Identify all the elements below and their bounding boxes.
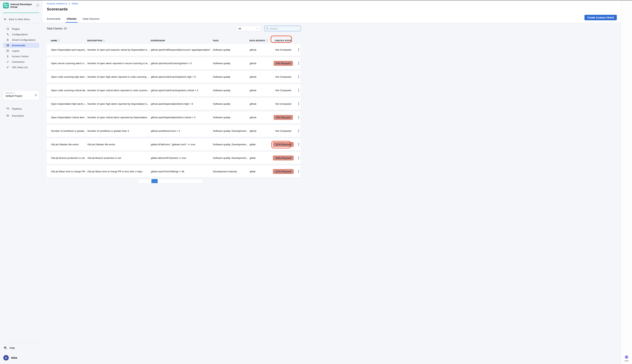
project-selector[interactable]: PROJECT Default Project [3, 90, 39, 100]
table-row[interactable]: Open secret scanning alerts is ... Numbe… [46, 57, 301, 70]
back-to-main-menu[interactable]: Back to Main Menu [4, 18, 39, 21]
page-title: Scorecards [47, 7, 68, 11]
check-expression: github.openCodeScanningAlerts.critical <… [151, 89, 213, 92]
check-expression: gitlab.isFileExists.".gitleaks.toml" == … [151, 143, 213, 146]
project-name: Default Project [6, 94, 37, 98]
check-tags: Software quality [213, 62, 250, 65]
app-grid-icon[interactable] [36, 4, 39, 7]
gears-icon [6, 33, 9, 36]
check-description: Number of open high alerts reported in c… [87, 76, 151, 78]
table-row[interactable]: GitLab Branch protection is set GitLab B… [46, 152, 301, 164]
filter-dropdown[interactable]: All [236, 26, 260, 31]
row-menu-button[interactable] [297, 57, 301, 69]
check-stats: Not Computed [275, 48, 291, 51]
chevron-right-icon [35, 94, 37, 97]
chevron-right-icon [69, 3, 70, 5]
row-menu-button[interactable] [297, 111, 301, 123]
pagination-bar[interactable] [138, 179, 203, 182]
checks-panel: Total Checks: 37 All NAME DESCRIPTION EX… [43, 23, 316, 182]
row-menu-button[interactable] [297, 125, 301, 137]
row-menu-button[interactable] [297, 165, 301, 178]
check-tags: Software quality [213, 76, 250, 78]
pagination-prev[interactable] [138, 179, 151, 182]
row-menu-button[interactable] [297, 98, 301, 110]
row-menu-button[interactable] [297, 71, 301, 83]
sort-icon [266, 40, 267, 42]
person-icon [6, 55, 9, 58]
page-header: Account: Harness.io Admin Scorecards Sco… [43, 0, 316, 23]
sidebar-item-plugins[interactable]: Plugins [3, 26, 39, 32]
check-expression: gitlab.isBranchProtected == true [151, 156, 213, 159]
link-icon [6, 66, 9, 69]
row-menu-button[interactable] [297, 84, 301, 96]
back-label: Back to Main Menu [9, 18, 30, 21]
table-row-gitleaks[interactable]: GitLab Gitleaks file exists GitLab Gitle… [46, 138, 301, 150]
row-menu-button[interactable] [297, 152, 301, 164]
tab-data-sources[interactable]: Data Sources [83, 17, 99, 23]
tab-scorecards[interactable]: Scorecards [47, 17, 61, 23]
pagination-next[interactable] [185, 179, 203, 182]
check-data-source: gitlab [250, 170, 270, 173]
sidebar-item-oauth-configurations[interactable]: OAuth Configurations [3, 37, 39, 42]
sidebar: Internal Developer Portal Back to Main M… [0, 0, 43, 182]
row-menu-button[interactable] [297, 44, 301, 56]
sidebar-item-scorecards[interactable]: Scorecards [3, 43, 39, 48]
search-box [264, 26, 301, 31]
sidebar-item-connectors[interactable]: Connectors [3, 59, 39, 64]
check-stats: Not Computed [275, 89, 291, 92]
pagination-page-active[interactable] [151, 179, 158, 182]
breadcrumb-admin-link[interactable]: Admin [72, 2, 78, 5]
check-description: GitLab Branch protection is set [87, 156, 151, 159]
check-expression: github.openPullRequestsByAccount."app/de… [151, 48, 213, 51]
puzzle-icon [6, 28, 9, 30]
sidebar-item-pipelines[interactable]: Pipelines [3, 106, 39, 112]
check-name: GitLab Branch protection is set [51, 156, 87, 159]
column-header-checks-stats: CHECKS STATS [270, 40, 296, 42]
check-data-source: github [250, 89, 270, 92]
check-description: Number of open pull requests raised by D… [87, 48, 151, 51]
column-header-description[interactable]: DESCRIPTION [87, 40, 151, 42]
table-row[interactable]: GitLab Mean time to merge PR ... GitLab … [46, 165, 301, 178]
check-name: Open Dependabot high alerts i... [51, 102, 87, 105]
filter-value: All [238, 27, 241, 30]
check-data-source: github [250, 48, 270, 51]
app-title: Internal Developer Portal [11, 2, 32, 8]
check-tags: Software quality [213, 102, 250, 105]
pagination-page[interactable] [176, 179, 185, 182]
row-menu-button[interactable] [297, 138, 301, 150]
fork-arrows-icon [6, 60, 9, 63]
table-row[interactable]: Number of workflows is greate... Number … [46, 124, 301, 137]
check-description: Number of workflows is greater than 3 [87, 130, 151, 132]
column-header-data-source[interactable]: DATA SOURCE [249, 40, 270, 42]
check-data-source: github [250, 130, 270, 132]
table-row[interactable]: Open code scanning high alert... Number … [46, 70, 301, 83]
sidebar-item-configurations[interactable]: Configurations [3, 32, 39, 37]
check-description: Number of open critical alerts reported … [87, 116, 151, 119]
check-expression: github.openDependabotAlerts.critical < 3 [151, 116, 213, 119]
table-row[interactable]: Open Dependabot critical alert... Number… [46, 111, 301, 124]
sidebar-item-executions[interactable]: Executions [3, 113, 39, 118]
check-data-source: github [250, 102, 270, 105]
check-description: Number of open alerts reported in secret… [87, 62, 151, 65]
check-description: Number of open critical alerts reported … [87, 89, 151, 92]
column-header-name[interactable]: NAME [51, 40, 87, 42]
sidebar-item-url-allow-list[interactable]: URL Allow List [3, 65, 39, 70]
project-nav: Pipelines Executions [0, 106, 42, 118]
table-row[interactable]: Open code scanning critical ale... Numbe… [46, 84, 301, 96]
tab-checks[interactable]: Checks [67, 17, 77, 23]
check-tags: Software quality, Development... [213, 143, 250, 146]
pagination-page[interactable] [158, 179, 167, 182]
sidebar-item-layout[interactable]: Layout [3, 48, 39, 53]
search-icon [266, 27, 268, 30]
table-row[interactable]: Open Dependabot pull request... Number o… [46, 44, 301, 56]
table-row[interactable]: Open Dependabot high alerts i... Number … [46, 98, 301, 110]
pagination-page[interactable] [167, 179, 176, 182]
sidebar-item-access-control[interactable]: Access Control [3, 54, 39, 59]
check-data-source: gitlab [250, 143, 270, 146]
check-name: Open code scanning critical ale... [51, 89, 87, 92]
sidebar-header: Internal Developer Portal [0, 0, 42, 8]
breadcrumb-account-link[interactable]: Account: Harness.io [47, 2, 67, 5]
check-description: GitLab Gitleaks file exists [87, 143, 151, 146]
search-input[interactable] [270, 27, 297, 30]
check-tags: Software quality, Development... [213, 130, 250, 132]
